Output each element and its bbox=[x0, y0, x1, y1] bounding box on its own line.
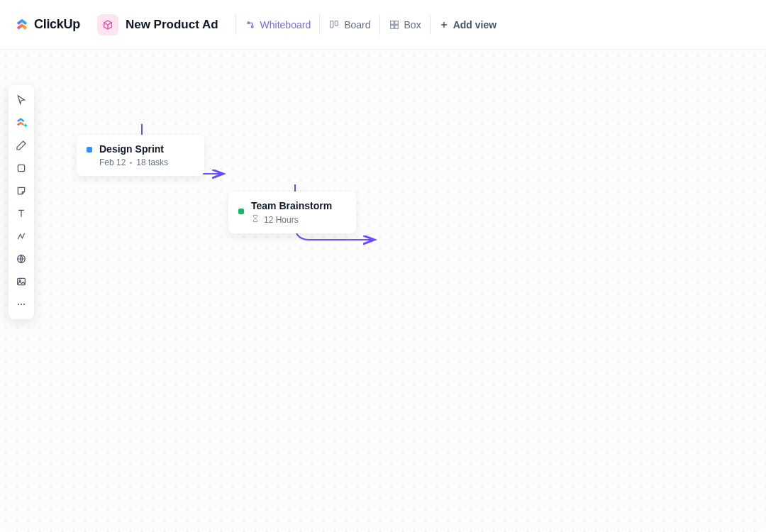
svg-rect-2 bbox=[331, 21, 333, 27]
tab-box[interactable]: Box bbox=[379, 15, 430, 35]
svg-point-1 bbox=[251, 26, 253, 28]
svg-rect-4 bbox=[390, 21, 394, 24]
card-meta: 12 Hours bbox=[251, 214, 332, 225]
card-date: Feb 12 bbox=[99, 157, 126, 167]
status-marker-blue bbox=[87, 147, 92, 153]
card-design-sprint[interactable]: Design Sprint Feb 12 18 tasks bbox=[77, 135, 204, 176]
svg-rect-5 bbox=[394, 21, 398, 24]
tab-label: Whiteboard bbox=[260, 19, 311, 31]
tab-board[interactable]: Board bbox=[319, 15, 379, 35]
plus-icon bbox=[439, 20, 449, 30]
svg-point-0 bbox=[248, 22, 250, 24]
whiteboard-canvas[interactable]: Design Sprint Feb 12 18 tasks Team Brain… bbox=[0, 50, 766, 532]
sticky-note-tool[interactable] bbox=[11, 180, 32, 201]
svg-rect-7 bbox=[394, 25, 398, 28]
pointer-tool[interactable] bbox=[11, 89, 32, 111]
dot-separator bbox=[130, 162, 132, 164]
more-tool[interactable] bbox=[11, 294, 32, 315]
svg-rect-10 bbox=[18, 278, 26, 284]
hourglass-icon bbox=[251, 214, 260, 225]
whiteboard-toolbar bbox=[9, 85, 34, 319]
connector-arrows bbox=[0, 50, 766, 532]
top-header: ClickUp New Product Ad Whiteboard Board bbox=[0, 0, 766, 50]
card-task-count: 18 tasks bbox=[136, 157, 168, 167]
box-icon bbox=[389, 19, 400, 31]
view-tabs: Whiteboard Board Box Add view bbox=[235, 15, 506, 35]
card-duration: 12 Hours bbox=[264, 215, 299, 225]
add-view-button[interactable]: Add view bbox=[430, 15, 505, 35]
clickup-logo-icon bbox=[14, 17, 30, 33]
svg-point-13 bbox=[21, 304, 22, 305]
brand-name: ClickUp bbox=[34, 17, 80, 32]
svg-point-12 bbox=[18, 304, 19, 305]
connector-tool[interactable] bbox=[11, 226, 32, 247]
add-view-label: Add view bbox=[453, 19, 496, 31]
svg-point-14 bbox=[23, 304, 25, 305]
card-team-brainstorm[interactable]: Team Brainstorm 12 Hours bbox=[228, 192, 356, 233]
status-marker-green bbox=[238, 209, 244, 214]
svg-rect-8 bbox=[18, 165, 24, 171]
tab-label: Box bbox=[404, 19, 421, 31]
whiteboard-icon bbox=[245, 19, 256, 31]
card-meta: Feb 12 18 tasks bbox=[99, 157, 168, 167]
shape-tool[interactable] bbox=[11, 157, 32, 179]
brand-logo[interactable]: ClickUp bbox=[14, 17, 80, 33]
clickup-add-tool[interactable] bbox=[11, 112, 32, 133]
svg-rect-6 bbox=[390, 25, 394, 28]
card-title: Team Brainstorm bbox=[251, 200, 332, 211]
project-badge[interactable]: New Product Ad bbox=[97, 14, 218, 35]
board-icon bbox=[328, 19, 340, 31]
svg-rect-3 bbox=[335, 21, 338, 26]
image-tool[interactable] bbox=[11, 271, 32, 292]
text-tool[interactable] bbox=[11, 203, 32, 224]
pen-tool[interactable] bbox=[11, 135, 32, 156]
tab-whiteboard[interactable]: Whiteboard bbox=[235, 15, 320, 35]
tab-label: Board bbox=[344, 19, 370, 31]
card-title: Design Sprint bbox=[99, 143, 168, 155]
web-embed-tool[interactable] bbox=[11, 248, 32, 270]
project-name: New Product Ad bbox=[126, 18, 218, 32]
cube-icon bbox=[97, 14, 118, 35]
